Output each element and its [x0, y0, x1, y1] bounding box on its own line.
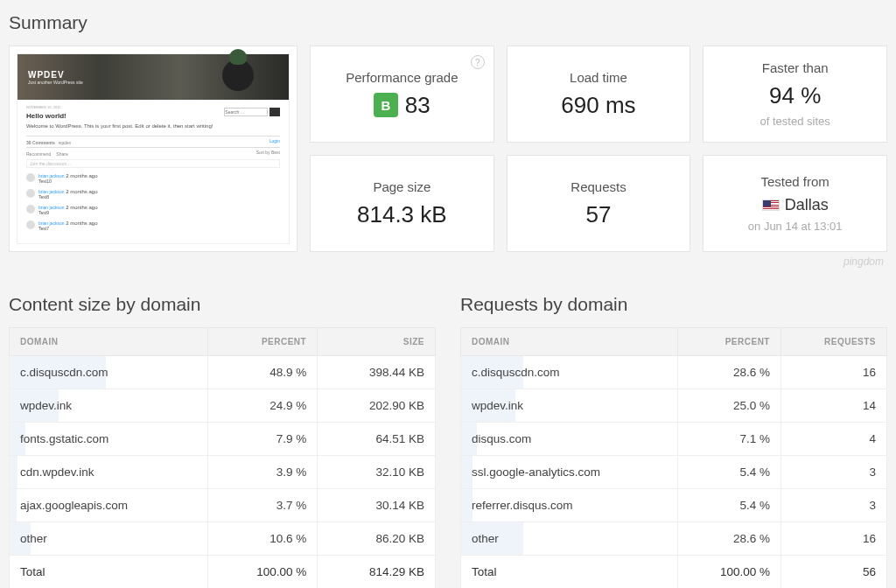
col-percent[interactable]: PERCENT — [677, 328, 780, 356]
table-row: c.disquscdn.com48.9 %398.44 KB — [10, 356, 436, 389]
col-size[interactable]: SIZE — [318, 328, 436, 356]
load-time-card: Load time 690 ms — [507, 46, 691, 143]
col-requests[interactable]: REQUESTS — [780, 328, 886, 356]
avatar-icon — [26, 173, 35, 182]
screenshot-preview-card: WPDEV Just another WordPress site NOVEMB… — [9, 46, 298, 252]
screenshot-comment-time: 2 months ago — [66, 173, 97, 178]
table-row: fonts.gstatic.com7.9 %64.51 KB — [10, 423, 436, 456]
cell-percent: 3.7 % — [207, 489, 318, 522]
table-row: other10.6 %86.20 KB — [10, 522, 436, 556]
cell-size: 64.51 KB — [318, 423, 436, 456]
us-flag-icon — [762, 200, 780, 211]
tested-location: Dallas — [785, 196, 829, 214]
page-size-value: 814.3 kB — [357, 201, 447, 228]
screenshot-search — [224, 108, 280, 116]
table-row: cdn.wpdev.ink3.9 %32.10 KB — [10, 456, 436, 489]
faster-than-value: 94 % — [769, 82, 821, 109]
cell-percent: 5.4 % — [677, 489, 780, 522]
load-time-label: Load time — [570, 70, 627, 85]
total-label: Total — [10, 556, 208, 589]
cell-size: 32.10 KB — [318, 456, 436, 489]
percent-bar — [10, 456, 18, 488]
summary-grid: WPDEV Just another WordPress site NOVEMB… — [9, 46, 887, 252]
cell-domain: ajax.googleapis.com — [10, 489, 208, 522]
cell-percent: 10.6 % — [207, 522, 318, 556]
screenshot-thumbnail[interactable]: WPDEV Just another WordPress site NOVEMB… — [17, 53, 290, 244]
cell-domain: fonts.gstatic.com — [10, 423, 208, 456]
screenshot-tagline: Just another WordPress site — [28, 80, 83, 85]
table-row: wpdev.ink25.0 %14 — [461, 389, 887, 423]
requests-by-domain-table: DOMAIN PERCENT REQUESTS c.disquscdn.com2… — [460, 327, 887, 588]
load-time-value: 690 ms — [561, 92, 635, 119]
screenshot-search-input — [224, 108, 268, 116]
cell-percent: 28.6 % — [677, 356, 780, 389]
performance-grade-card: ? Performance grade B 83 — [310, 46, 494, 143]
cell-size: 202.90 KB — [318, 389, 436, 423]
faster-than-sub: of tested sites — [760, 115, 830, 128]
screenshot-join-box: Join the discussion… — [26, 159, 280, 168]
table-row: referrer.disqus.com5.4 %3 — [461, 489, 887, 522]
summary-heading: Summary — [9, 12, 887, 33]
screenshot-comment-text: Test7 — [38, 226, 98, 231]
page-size-label: Page size — [373, 179, 430, 194]
screenshot-comment-time: 2 months ago — [66, 205, 97, 210]
screenshot-comment-text: Test8 — [38, 194, 98, 200]
table-row: wpdev.ink24.9 %202.90 KB — [10, 389, 436, 423]
total-requests: 56 — [780, 556, 886, 589]
screenshot-post-excerpt: Welcome to WordPress. This is your first… — [26, 123, 280, 129]
requests-by-domain-heading: Requests by domain — [460, 294, 887, 315]
table-row: c.disquscdn.com28.6 %16 — [461, 356, 887, 389]
screenshot-tab-recommend: Recommend — [26, 151, 51, 157]
screenshot-sort: Sort by Best — [256, 150, 280, 157]
cell-domain: ssl.google-analytics.com — [461, 456, 678, 489]
col-domain[interactable]: DOMAIN — [461, 328, 678, 356]
page-size-card: Page size 814.3 kB — [310, 155, 494, 252]
screenshot-search-button-icon — [270, 108, 280, 116]
table-row: ssl.google-analytics.com5.4 %3 — [461, 456, 887, 489]
screenshot-comments-site: wpdev — [59, 140, 71, 145]
faster-than-card: Faster than 94 % of tested sites — [703, 46, 887, 143]
screenshot-comment-text: Test10 — [38, 178, 98, 184]
help-icon[interactable]: ? — [471, 55, 485, 69]
cell-percent: 25.0 % — [677, 389, 780, 423]
content-size-heading: Content size by domain — [9, 294, 436, 315]
content-size-section: Content size by domain DOMAIN PERCENT SI… — [9, 290, 436, 588]
cell-requests: 4 — [780, 423, 886, 456]
percent-bar — [10, 489, 17, 522]
cell-requests: 3 — [780, 489, 886, 522]
cell-percent: 24.9 % — [207, 389, 318, 423]
brand-watermark: pingdom — [9, 256, 884, 268]
faster-than-label: Faster than — [762, 60, 829, 75]
table-row: other28.6 %16 — [461, 522, 887, 556]
cell-size: 30.14 KB — [318, 489, 436, 522]
screenshot-header: WPDEV Just another WordPress site — [18, 54, 289, 100]
cell-domain: disqus.com — [461, 423, 678, 456]
cell-percent: 7.9 % — [207, 423, 318, 456]
tested-from-label: Tested from — [760, 174, 829, 189]
screenshot-login-link: Login — [270, 138, 280, 145]
cell-domain: wpdev.ink — [10, 389, 208, 423]
cell-percent: 5.4 % — [677, 456, 780, 489]
col-domain[interactable]: DOMAIN — [10, 328, 208, 356]
requests-card: Requests 57 — [507, 155, 691, 252]
tested-timestamp: on Jun 14 at 13:01 — [748, 220, 843, 233]
col-percent[interactable]: PERCENT — [207, 328, 318, 356]
cell-domain: other — [10, 522, 208, 556]
screenshot-comments-count: 30 Comments — [26, 140, 55, 145]
cell-domain: referrer.disqus.com — [461, 489, 678, 522]
performance-grade-value: 83 — [405, 92, 430, 119]
requests-value: 57 — [586, 201, 612, 228]
cell-size: 86.20 KB — [318, 522, 436, 556]
performance-grade-label: Performance grade — [346, 70, 458, 85]
screenshot-site-name: WPDEV — [28, 70, 83, 80]
cell-percent: 7.1 % — [677, 423, 780, 456]
cell-percent: 3.9 % — [207, 456, 318, 489]
screenshot-comment-text: Test9 — [38, 210, 98, 215]
grade-badge: B — [374, 93, 398, 117]
total-percent: 100.00 % — [677, 556, 780, 589]
cell-percent: 48.9 % — [207, 356, 318, 389]
cell-size: 398.44 KB — [318, 356, 436, 389]
avatar-icon — [26, 189, 35, 198]
content-size-table: DOMAIN PERCENT SIZE c.disquscdn.com48.9 … — [9, 327, 436, 588]
table-row: ajax.googleapis.com3.7 %30.14 KB — [10, 489, 436, 522]
